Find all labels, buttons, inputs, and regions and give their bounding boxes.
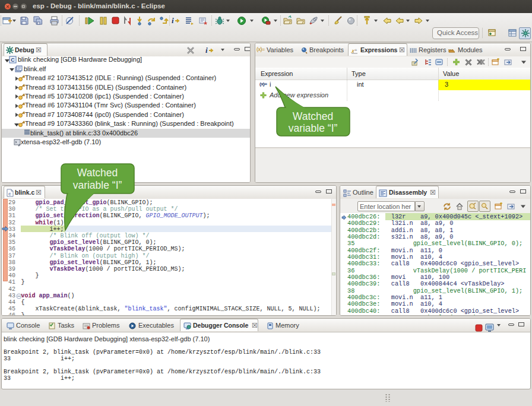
svg-text:i: i (172, 16, 174, 25)
svg-text:c: c (8, 191, 11, 196)
svg-text:i: i (205, 46, 208, 55)
svg-text:C: C (11, 57, 15, 63)
svg-text:+: + (354, 47, 357, 53)
